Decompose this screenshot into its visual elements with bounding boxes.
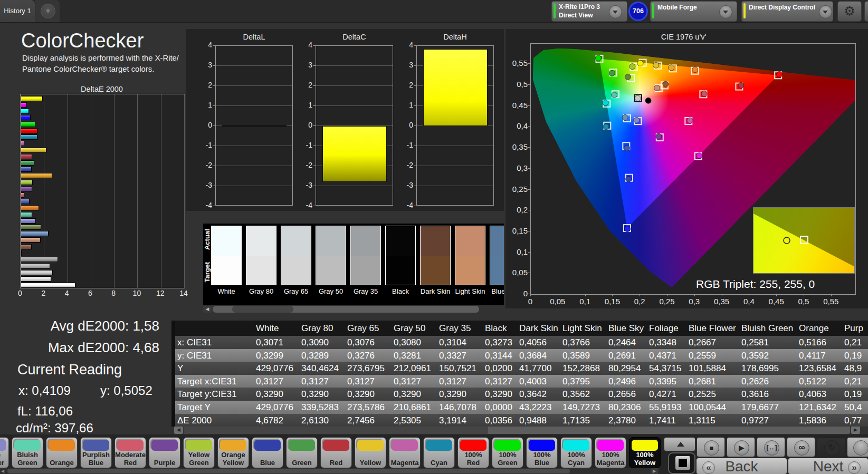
refresh-button[interactable]: ↻ (817, 437, 845, 457)
patch-button-yellow-green[interactable]: YellowGreen (183, 437, 215, 468)
stop-button[interactable]: ■ (697, 437, 725, 457)
table-cell: 0,3795 (562, 375, 607, 388)
cie-ytick-0,45: 0,45 (505, 101, 528, 110)
display-control-chevron-down-icon[interactable] (819, 5, 832, 18)
patch-swatch (220, 440, 246, 451)
deltah-ytick--4: -4 (395, 201, 413, 209)
source-chevron-down-icon[interactable] (719, 5, 732, 18)
strip-scrollbar-left-arrow[interactable]: ◀ (1, 468, 4, 474)
single-measure-button[interactable]: [↔] (757, 437, 785, 457)
meter-count-badge[interactable]: 706 (628, 2, 648, 21)
swatch-scrollbar[interactable] (213, 306, 479, 313)
page-subtitle-line1: Display analysis is performed with the X… (22, 54, 179, 62)
pattern-window-button[interactable] (668, 452, 695, 474)
back-button[interactable]: « Back (697, 458, 787, 474)
current-y-readout: y: 0,5052 (100, 383, 152, 398)
table-scrollbar[interactable] (184, 426, 850, 434)
deltal-ytickmark (213, 65, 215, 66)
table-header-Gray 35: Gray 35 (439, 321, 483, 336)
app-window: History 1 + X-Rite i1Pro 3 Direct View 7… (0, 0, 868, 474)
patch-button-cyan[interactable]: Cyan (423, 437, 455, 468)
cie-ytickmark (528, 105, 530, 106)
tab-add[interactable]: + (35, 0, 60, 22)
cie-xtick-0: 0 (519, 297, 541, 306)
strip-scrollbar-thumb[interactable] (7, 469, 570, 473)
patch-button-100-magenta[interactable]: 100%Magenta (595, 437, 626, 468)
cie-ytickmark (528, 252, 530, 253)
patch-label: Red (321, 459, 351, 467)
extra-button[interactable] (847, 437, 868, 457)
cie-ytickmark (528, 63, 530, 64)
patch-swatch (632, 440, 658, 451)
inset-target-point (800, 236, 808, 244)
table-scrollbar-thumb[interactable] (184, 426, 488, 434)
table-header-Black: Black (485, 321, 518, 336)
cie-actual-purple (656, 133, 662, 139)
patch-button-bluish-green[interactable]: BluishGreen (12, 437, 43, 468)
swatch-row-label-actual: Actual (203, 224, 211, 255)
table-cell: 1,7135 (562, 414, 607, 427)
patch-button-orange[interactable]: Orange (46, 437, 78, 468)
deltal-ytick-2: 2 (194, 81, 212, 89)
meter-selector[interactable]: X-Rite i1Pro 3 Direct View (551, 1, 627, 22)
next-button[interactable]: Next » (788, 458, 868, 474)
patch-button-red[interactable]: Red (320, 437, 352, 468)
strip-collapse-button[interactable] (664, 437, 695, 451)
deltac-ytickmark (313, 146, 316, 146)
deltac-ytick-3: 3 (294, 61, 312, 69)
deltac-ytick-0: 0 (294, 121, 312, 129)
patch-button-100-cyan[interactable]: 100%Cyan (560, 437, 592, 468)
table-cell: 80,2306 (608, 401, 647, 414)
cie-xtick-0,25: 0,25 (656, 297, 678, 306)
settings-gear-icon[interactable]: ⚙ (837, 1, 862, 22)
deltal-gridline (216, 146, 292, 146)
strip-scrollbar[interactable]: ◀ ▶ (0, 468, 660, 474)
add-tab-icon[interactable]: + (41, 4, 55, 18)
patch-button-100-yellow[interactable]: 100%Yellow (629, 437, 661, 468)
table-cell: 0,3127 (394, 375, 437, 388)
deltae-xtick-12: 12 (152, 289, 168, 297)
patch-button-orange-yellow[interactable]: OrangeYellow (217, 437, 249, 468)
continuous-measure-button[interactable]: ∞ (787, 437, 815, 457)
table-cell: 0,3684 (519, 350, 561, 362)
patch-button-100-green[interactable]: 100%Green (492, 437, 523, 468)
patch-button-blue-flower[interactable]: BlueFlower (0, 437, 9, 468)
table-cell: 100,0544 (689, 401, 740, 414)
play-button[interactable]: ▶ (727, 437, 755, 457)
table-cell: 0,3290 (485, 388, 518, 401)
table-cell: 0,2464 (608, 336, 647, 349)
display-control-selector[interactable]: Direct Display Control (741, 1, 833, 22)
deltah-ytickmark (414, 146, 416, 146)
swatch-scrollbar-thumb[interactable] (232, 306, 293, 313)
patch-button-magenta[interactable]: Magenta (389, 437, 421, 468)
patch-button-purple[interactable]: Purple (149, 437, 180, 468)
cie-xtickmark (776, 294, 777, 296)
table-cell: 0,3562 (562, 388, 607, 401)
deltal-ytickmark (213, 166, 215, 166)
table-cell: 80,2954 (608, 362, 647, 375)
deltal-ytickmark (213, 85, 215, 86)
strip-scrollbar-right-arrow[interactable]: ▶ (651, 468, 658, 474)
swatch-gray-35 (350, 226, 381, 285)
patch-button-100-red[interactable]: 100% Red (457, 437, 489, 468)
table-scrollbar-right-arrow[interactable]: ▶ (851, 426, 860, 434)
source-selector[interactable]: Mobile Forge (650, 1, 737, 22)
tab-history-1[interactable]: History 1 (0, 0, 35, 22)
swatch-scrollbar-left-arrow[interactable]: ◀ (203, 306, 212, 313)
table-cell: 0,3290 (301, 388, 346, 401)
meter-chevron-down-icon[interactable] (609, 5, 622, 18)
patch-button-moderate-red[interactable]: ModerateRed (115, 437, 146, 468)
cie-actual-blue (626, 176, 632, 182)
table-cell: 0,9488 (519, 414, 561, 427)
table-cell: 0,3290 (256, 388, 300, 401)
table-cell: 0,4271 (649, 388, 687, 401)
patch-button-green[interactable]: Green (286, 437, 318, 468)
patch-button-100-blue[interactable]: 100%Blue (526, 437, 558, 468)
partial-button[interactable] (864, 1, 868, 22)
patch-button-yellow[interactable]: Yellow (355, 437, 386, 468)
table-cell: 0,3766 (562, 336, 607, 349)
deltal-ytickmark (213, 186, 215, 186)
patch-button-purplish-blue[interactable]: PurplishBlue (80, 437, 112, 468)
patch-button-blue[interactable]: Blue (252, 437, 283, 468)
table-scrollbar-left-arrow[interactable]: ◀ (174, 426, 183, 434)
